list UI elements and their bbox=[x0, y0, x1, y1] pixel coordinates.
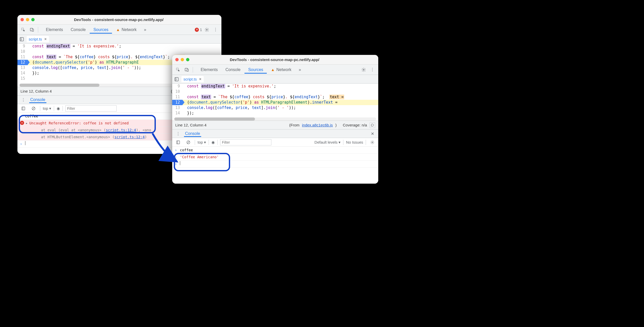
prompt-chevron-icon: › bbox=[20, 141, 24, 147]
console-settings-gear-icon[interactable] bbox=[369, 138, 376, 146]
console-filter-input[interactable] bbox=[220, 139, 271, 145]
line-number-gutter[interactable]: 13 bbox=[172, 105, 182, 111]
line-number-gutter[interactable]: 14 bbox=[17, 71, 28, 76]
issues-label[interactable]: No Issues bbox=[346, 140, 363, 144]
line-number-gutter[interactable]: 11 bbox=[172, 94, 182, 100]
kebab-menu-icon[interactable]: ⋮ bbox=[369, 66, 376, 74]
tab-elements[interactable]: Elements bbox=[197, 66, 221, 74]
file-tab[interactable]: script.ts ✕ bbox=[27, 36, 49, 42]
titlebar[interactable]: DevTools - consistent-source-map-pc.netl… bbox=[17, 15, 221, 25]
device-toggle-icon[interactable] bbox=[183, 66, 191, 74]
zoom-window-button[interactable] bbox=[186, 58, 189, 61]
code-line[interactable]: 9const endingText = 'It is expensive.'; bbox=[172, 84, 378, 89]
line-number-gutter[interactable]: 13 bbox=[17, 65, 28, 71]
minimize-window-button[interactable] bbox=[181, 58, 184, 61]
code-line[interactable]: 10 bbox=[17, 49, 221, 54]
tab-console[interactable]: Console bbox=[222, 66, 244, 74]
code-line[interactable]: 10 bbox=[172, 89, 378, 94]
sidebar-toggle-icon[interactable] bbox=[19, 105, 27, 112]
line-number-gutter[interactable]: 10 bbox=[172, 89, 182, 94]
line-number-gutter[interactable]: 14 bbox=[172, 111, 182, 116]
console-prompt-row[interactable]: › bbox=[172, 161, 378, 167]
tab-console[interactable]: Console bbox=[67, 26, 89, 34]
minimize-window-button[interactable] bbox=[26, 18, 29, 21]
drawer-console-tab[interactable]: Console bbox=[184, 130, 201, 137]
console-input-text: coffee bbox=[25, 113, 38, 119]
drawer-console-tab[interactable]: Console bbox=[29, 96, 46, 103]
code-line[interactable]: 9const endingText = 'It is expensive.'; bbox=[17, 44, 221, 49]
settings-gear-icon[interactable] bbox=[360, 66, 367, 74]
more-tabs-icon[interactable]: » bbox=[296, 66, 304, 74]
clear-console-icon[interactable] bbox=[30, 105, 37, 112]
line-number-gutter[interactable]: 15 bbox=[17, 76, 28, 81]
close-tab-icon[interactable]: ✕ bbox=[199, 77, 202, 81]
tab-sources[interactable]: Sources bbox=[90, 26, 112, 34]
live-expression-icon[interactable] bbox=[57, 106, 60, 111]
device-toggle-icon[interactable] bbox=[28, 26, 36, 34]
line-number-gutter[interactable]: 9 bbox=[172, 84, 182, 89]
inspect-icon[interactable] bbox=[174, 66, 182, 74]
close-tab-icon[interactable]: ✕ bbox=[44, 37, 47, 41]
console-output[interactable]: ›coffee‹'Coffee Americano'› bbox=[172, 147, 378, 184]
line-number-gutter[interactable]: 10 bbox=[17, 49, 28, 54]
code-line[interactable]: 12(document.querySelector('p') as HTMLPa… bbox=[172, 100, 378, 105]
expand-triangle-icon[interactable]: ▸ bbox=[26, 120, 28, 126]
breakpoint-gutter[interactable]: 12 bbox=[17, 60, 28, 65]
line-number-gutter[interactable]: 11 bbox=[17, 54, 28, 60]
coverage-reload-icon[interactable] bbox=[370, 122, 375, 128]
output-chevron-icon: ‹ bbox=[175, 154, 178, 160]
tab-network-label: Network bbox=[121, 27, 137, 32]
window-controls bbox=[175, 58, 189, 61]
titlebar[interactable]: DevTools - consistent-source-map-pc.netl… bbox=[172, 55, 378, 65]
console-filter-input[interactable] bbox=[65, 105, 117, 112]
warning-triangle-icon: ▲ bbox=[271, 67, 275, 72]
more-tabs-icon[interactable]: » bbox=[141, 26, 149, 34]
close-window-button[interactable] bbox=[21, 18, 24, 21]
navigator-toggle-icon[interactable] bbox=[174, 77, 179, 82]
drawer-kebab-icon[interactable]: ⋮ bbox=[174, 130, 182, 137]
panel-tabs: Elements Console Sources ▲ Network bbox=[42, 26, 140, 34]
code-text: console.log([coffee, price, text].join('… bbox=[182, 105, 378, 111]
file-tab[interactable]: script.ts ✕ bbox=[181, 76, 204, 82]
line-number-gutter[interactable]: 9 bbox=[17, 44, 28, 49]
log-levels-dropdown[interactable]: Default levels ▾ bbox=[314, 140, 341, 145]
sourcemap-from-label: (From bbox=[289, 123, 300, 127]
code-text bbox=[28, 49, 221, 54]
live-expression-icon[interactable] bbox=[211, 140, 215, 145]
context-selector[interactable]: top ▾ bbox=[43, 106, 51, 111]
file-tab-row: script.ts ✕ bbox=[17, 35, 221, 44]
close-window-button[interactable] bbox=[175, 58, 179, 61]
tab-network[interactable]: ▲ Network bbox=[113, 26, 140, 34]
error-count: 1 bbox=[200, 28, 202, 32]
horizontal-scrollbar[interactable] bbox=[174, 117, 376, 121]
tab-sources[interactable]: Sources bbox=[244, 66, 267, 74]
context-selector[interactable]: top ▾ bbox=[198, 140, 206, 145]
sourcemap-link[interactable]: index.a8c1ec6b.js bbox=[302, 123, 333, 127]
inspect-icon[interactable] bbox=[19, 26, 27, 34]
code-text bbox=[182, 89, 378, 94]
breakpoint-gutter[interactable]: 12 bbox=[172, 100, 182, 105]
navigator-toggle-icon[interactable] bbox=[19, 37, 24, 42]
tab-elements[interactable]: Elements bbox=[42, 26, 67, 34]
clear-console-icon[interactable] bbox=[185, 138, 192, 146]
code-line[interactable]: 11const text = `The ${coffee} costs ${pr… bbox=[172, 94, 378, 100]
close-drawer-icon[interactable]: ✕ bbox=[369, 130, 376, 137]
file-tab-row: script.ts ✕ bbox=[172, 75, 378, 84]
code-text: (document.querySelector('p') as HTMLPara… bbox=[182, 100, 378, 105]
code-editor[interactable]: 9const endingText = 'It is expensive.';1… bbox=[172, 84, 378, 116]
kebab-menu-icon[interactable]: ⋮ bbox=[212, 26, 219, 34]
console-caret[interactable] bbox=[25, 141, 25, 145]
sidebar-toggle-icon[interactable] bbox=[174, 138, 182, 146]
drawer-kebab-icon[interactable]: ⋮ bbox=[19, 96, 27, 104]
svg-rect-5 bbox=[22, 107, 25, 110]
panel-tabbar: Elements Console Sources ▲ Network » ✕1 … bbox=[17, 25, 221, 35]
code-line[interactable]: 14}); bbox=[172, 111, 378, 116]
zoom-window-button[interactable] bbox=[31, 18, 35, 21]
error-count-badge[interactable]: ✕1 bbox=[195, 28, 202, 32]
settings-gear-icon[interactable] bbox=[203, 26, 211, 34]
console-input-row: ›coffee bbox=[172, 147, 378, 154]
code-line[interactable]: 13console.log([coffee, price, text].join… bbox=[172, 105, 378, 111]
console-caret[interactable] bbox=[180, 161, 180, 165]
tab-network[interactable]: ▲ Network bbox=[267, 66, 295, 74]
svg-point-3 bbox=[206, 29, 208, 30]
